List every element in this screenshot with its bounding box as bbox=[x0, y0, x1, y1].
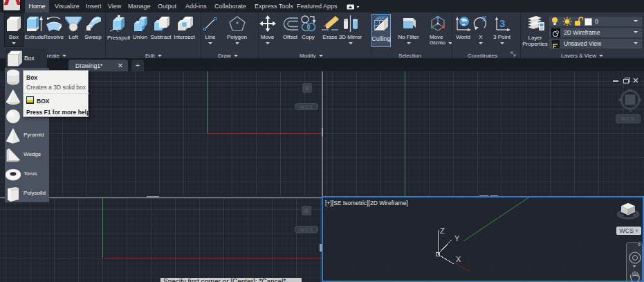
svg-text:3: 3 bbox=[499, 17, 505, 29]
svg-text:Y: Y bbox=[454, 234, 460, 243]
svg-text:W: W bbox=[618, 98, 623, 102]
svg-text:X: X bbox=[456, 255, 461, 263]
svg-text:E: E bbox=[638, 98, 641, 102]
svg-text:X: X bbox=[482, 15, 487, 23]
svg-text:N: N bbox=[629, 88, 632, 92]
svg-text:Z: Z bbox=[440, 227, 445, 235]
svg-text:S: S bbox=[629, 108, 632, 112]
